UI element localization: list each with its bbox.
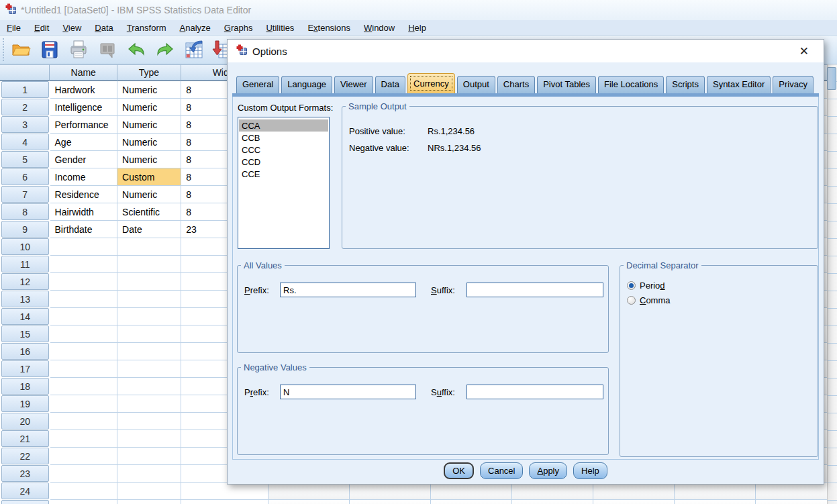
column-header-type[interactable]: Type — [117, 64, 181, 81]
row-number[interactable]: 5 — [1, 151, 49, 168]
cell-name[interactable] — [50, 500, 118, 504]
row-number[interactable]: 21 — [1, 430, 49, 447]
cell-name[interactable]: Hardwork — [50, 81, 118, 99]
menu-item-edit[interactable]: Edit — [28, 21, 56, 35]
cell-width[interactable] — [181, 500, 268, 504]
cell-name[interactable] — [50, 413, 118, 430]
row-number[interactable]: 24 — [1, 483, 49, 499]
dialog-titlebar[interactable]: Options — [228, 40, 824, 62]
tab-file-locations[interactable]: File Locations — [598, 76, 664, 93]
save-icon[interactable] — [38, 38, 61, 61]
menu-item-view[interactable]: View — [56, 21, 88, 35]
cell-type[interactable] — [117, 395, 181, 413]
custom-formats-listbox[interactable]: CCACCBCCCCCDCCE — [238, 117, 330, 249]
cell-name[interactable] — [50, 325, 118, 343]
cell-width[interactable] — [181, 483, 268, 500]
menu-item-analyze[interactable]: Analyze — [173, 21, 217, 35]
row-number[interactable]: 15 — [1, 325, 49, 342]
cell-empty[interactable] — [593, 500, 675, 504]
cell-type[interactable] — [117, 448, 181, 465]
cell-name[interactable]: Income — [50, 168, 118, 186]
row-number[interactable]: 25 — [1, 500, 49, 504]
cell-type[interactable]: Date — [117, 221, 181, 238]
cell-type[interactable]: Numeric — [117, 151, 181, 168]
cell-type[interactable] — [117, 500, 181, 504]
row-number[interactable]: 16 — [1, 343, 49, 360]
row-number[interactable]: 10 — [1, 238, 49, 255]
ok-button[interactable]: OK — [444, 462, 474, 479]
cell-type[interactable] — [117, 413, 181, 430]
negative-suffix-input[interactable] — [466, 385, 603, 399]
cancel-button[interactable]: Cancel — [480, 462, 523, 479]
apply-button[interactable]: Apply — [529, 462, 567, 479]
cell-name[interactable]: Gender — [50, 151, 118, 168]
cell-empty[interactable] — [350, 483, 431, 500]
vertical-scrollbar-thumb[interactable] — [827, 67, 836, 90]
format-item-ccd[interactable]: CCD — [239, 156, 328, 168]
cell-empty[interactable] — [350, 500, 431, 504]
print-icon[interactable] — [67, 38, 90, 61]
tab-pivot-tables[interactable]: Pivot Tables — [537, 76, 596, 93]
column-header-name[interactable]: Name — [50, 64, 117, 81]
row-number[interactable]: 14 — [1, 308, 49, 325]
row-number[interactable]: 2 — [1, 99, 49, 115]
cell-name[interactable] — [50, 378, 118, 395]
all-prefix-input[interactable] — [280, 283, 416, 297]
radio-icon[interactable] — [627, 281, 636, 290]
cell-name[interactable] — [50, 238, 118, 256]
format-item-cca[interactable]: CCA — [239, 119, 328, 132]
format-item-cce[interactable]: CCE — [239, 168, 328, 180]
redo-icon[interactable] — [154, 38, 177, 61]
row-number[interactable]: 8 — [1, 203, 49, 220]
row-number[interactable]: 11 — [1, 256, 49, 272]
row-number[interactable]: 7 — [1, 186, 49, 203]
cell-type[interactable] — [117, 343, 181, 360]
cell-empty[interactable] — [756, 483, 837, 500]
tab-privacy[interactable]: Privacy — [773, 76, 814, 93]
cell-empty[interactable] — [512, 500, 593, 504]
menu-item-data[interactable]: Data — [88, 21, 119, 35]
cell-name[interactable]: Birthdate — [50, 221, 118, 238]
menu-item-graphs[interactable]: Graphs — [217, 21, 260, 35]
cell-type[interactable] — [117, 430, 181, 448]
row-number[interactable]: 3 — [1, 116, 49, 133]
cell-empty[interactable] — [593, 483, 675, 500]
cell-type[interactable]: Numeric — [117, 186, 181, 203]
menu-item-help[interactable]: Help — [401, 21, 433, 35]
row-number[interactable]: 1 — [1, 81, 49, 98]
cell-type[interactable] — [117, 273, 181, 291]
tab-general[interactable]: General — [236, 76, 279, 93]
help-button[interactable]: Help — [573, 462, 607, 479]
cell-type[interactable]: Scientific — [117, 203, 181, 221]
radio-option-comma[interactable]: Comma — [627, 295, 671, 305]
all-suffix-input[interactable] — [466, 283, 603, 297]
negative-prefix-input[interactable] — [280, 385, 416, 399]
row-number[interactable]: 13 — [1, 291, 49, 307]
cell-type[interactable] — [117, 360, 181, 378]
cell-empty[interactable] — [431, 500, 512, 504]
cell-name[interactable] — [50, 273, 118, 291]
radio-icon[interactable] — [627, 296, 636, 305]
cell-name[interactable] — [50, 465, 118, 483]
cell-type[interactable]: Numeric — [117, 81, 181, 99]
menu-item-extensions[interactable]: Extensions — [301, 21, 357, 35]
open-file-icon[interactable] — [9, 38, 32, 61]
cell-name[interactable]: Intelligence — [50, 99, 118, 116]
cell-empty[interactable] — [268, 500, 350, 504]
cell-name[interactable]: Residence — [50, 186, 118, 203]
cell-type[interactable] — [117, 291, 181, 308]
row-number[interactable]: 22 — [1, 448, 49, 464]
cell-name[interactable] — [50, 291, 118, 308]
tab-syntax-editor[interactable]: Syntax Editor — [707, 76, 771, 93]
tab-output[interactable]: Output — [457, 76, 495, 93]
go-to-case-icon[interactable] — [183, 38, 205, 61]
tab-currency[interactable]: Currency — [407, 73, 455, 93]
cell-name[interactable] — [50, 308, 118, 325]
row-number[interactable]: 23 — [1, 465, 49, 482]
menu-item-transform[interactable]: Transform — [120, 21, 173, 35]
cell-type[interactable] — [117, 308, 181, 325]
cell-name[interactable] — [50, 343, 118, 360]
tab-data[interactable]: Data — [375, 76, 405, 93]
cell-name[interactable]: Hairwidth — [50, 203, 118, 221]
cell-name[interactable] — [50, 430, 118, 448]
